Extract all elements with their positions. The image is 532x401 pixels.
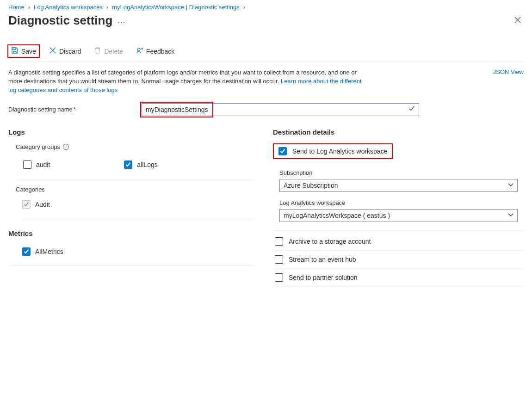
chevron-right-icon: › [28,4,30,11]
alllogs-group-label: allLogs [137,161,157,168]
name-label-text: Diagnostic setting name [8,106,73,113]
title-row: Diagnostic setting … [8,13,524,32]
stream-eventhub-label: Stream to an event hub [289,256,356,263]
logs-metrics-column: Logs Category groups i audit allLogs [8,128,259,265]
feedback-button[interactable]: Feedback [133,45,177,57]
chevron-down-icon [508,212,513,219]
audit-group-label: audit [36,161,50,168]
destination-column: Destination details Send to Log Analytic… [273,128,524,287]
name-input-wrapper [142,103,419,116]
save-button[interactable]: Save [8,45,39,57]
page-title: Diagnostic setting [8,13,112,28]
metrics-heading: Metrics [8,229,259,237]
save-label: Save [21,48,36,55]
send-to-law-label: Send to Log Analytics workspace [292,148,387,155]
checkbox-icon[interactable] [22,247,31,256]
subscription-value: Azure Subscription [284,182,338,189]
chevron-right-icon: › [243,4,245,11]
workspace-label: Log Analytics workspace [279,199,524,206]
archive-storage-label: Archive to a storage account [289,238,371,245]
checkbox-audit-group[interactable]: audit [23,158,50,172]
breadcrumb: Home › Log Analytics workspaces › myLogA… [8,4,524,11]
checkbox-icon [22,200,31,209]
more-actions-icon[interactable]: … [117,16,126,25]
feedback-icon [136,47,143,56]
categories-label: Categories [16,186,254,193]
checkbox-alllogs-group[interactable]: allLogs [124,158,157,172]
trash-icon [94,47,101,56]
close-icon[interactable] [512,14,524,28]
category-audit-label: Audit [35,201,50,208]
json-view-link[interactable]: JSON View [493,68,524,75]
checkbox-icon[interactable] [23,160,31,169]
checkbox-icon[interactable] [275,273,283,282]
discard-label: Discard [59,48,81,55]
stream-eventhub-checkbox-row[interactable]: Stream to an event hub [273,251,524,269]
svg-point-4 [137,48,140,51]
info-icon[interactable]: i [63,144,69,150]
checkbox-category-audit: Audit [22,197,254,211]
intro-text: A diagnostic setting specifies a list of… [8,68,365,95]
subscription-label: Subscription [279,169,524,176]
discard-icon [49,47,56,56]
workspace-value: myLogAnalyticsWorkspace ( eastus ) [284,212,390,219]
toolbar: Save Discard Delete Feedback [8,41,524,62]
category-groups-text: Category groups [16,143,60,150]
checkbox-icon[interactable] [275,255,283,264]
checkbox-allmetrics[interactable]: AllMetrics [22,245,254,259]
send-to-law-checkbox-row[interactable]: Send to Log Analytics workspace [275,145,391,157]
intro-section: A diagnostic setting specifies a list of… [8,68,524,95]
checkbox-icon[interactable] [275,237,283,246]
archive-storage-checkbox-row[interactable]: Archive to a storage account [273,233,524,251]
name-field-label: Diagnostic setting name* [8,106,137,113]
breadcrumb-workspaces[interactable]: Log Analytics workspaces [34,4,103,11]
allmetrics-label: AllMetrics [35,248,64,255]
send-partner-label: Send to partner solution [289,274,358,281]
breadcrumb-diagnostic-settings[interactable]: myLogAnalyticsWorkspace | Diagnostic set… [112,4,240,11]
discard-button[interactable]: Discard [46,45,84,57]
logs-heading: Logs [8,128,259,136]
category-groups-label: Category groups i [16,143,259,150]
delete-button: Delete [91,45,125,57]
checkbox-icon[interactable] [124,160,132,169]
required-asterisk: * [74,106,76,113]
chevron-right-icon: › [106,4,108,11]
save-icon [11,47,19,56]
checkbox-icon[interactable] [278,147,287,155]
send-partner-checkbox-row[interactable]: Send to partner solution [273,269,524,287]
workspace-dropdown[interactable]: myLogAnalyticsWorkspace ( eastus ) [279,209,518,222]
checkmark-icon [408,105,415,113]
destination-heading: Destination details [273,128,524,136]
subscription-dropdown[interactable]: Azure Subscription [279,179,518,192]
diagnostic-setting-name-input[interactable] [142,104,419,116]
breadcrumb-home[interactable]: Home [8,4,25,11]
chevron-down-icon [508,182,513,189]
name-field-row: Diagnostic setting name* [8,103,524,116]
delete-label: Delete [104,48,123,55]
feedback-label: Feedback [146,48,174,55]
